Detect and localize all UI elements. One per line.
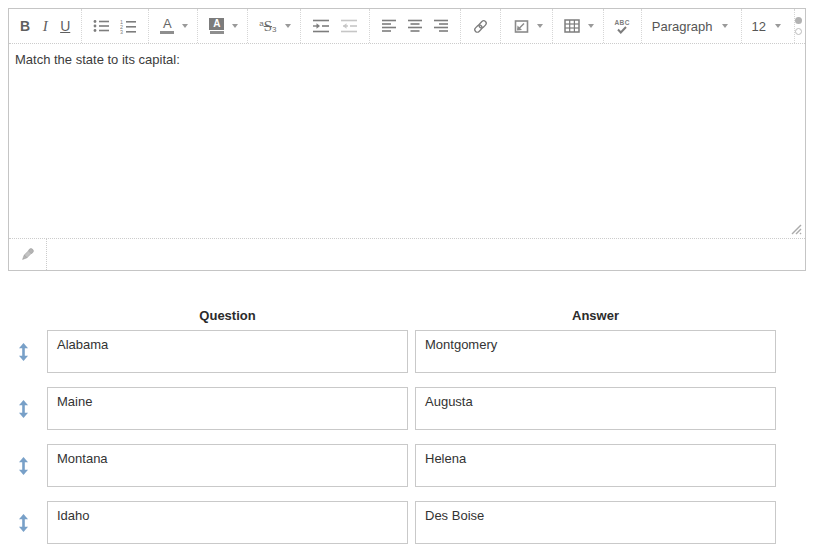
answer-column-header: Answer <box>415 308 776 323</box>
bullet-list-button[interactable] <box>88 13 115 39</box>
spellcheck-button[interactable]: ABC <box>610 13 635 39</box>
background-color-icon: A <box>209 18 224 34</box>
dot-filled-icon <box>795 17 802 24</box>
text-color-caret[interactable] <box>182 24 188 28</box>
question-column-header: Question <box>47 308 408 323</box>
question-input[interactable]: Alabama <box>47 330 408 373</box>
align-center-icon <box>407 19 423 33</box>
numbered-list-icon: 1 2 3 <box>120 19 137 34</box>
editor-content-area[interactable]: Match the state to its capital: <box>9 44 805 238</box>
toolbar-group-basic: B I U <box>9 9 82 43</box>
column-gap <box>408 308 415 323</box>
match-row: Alabama Montgomery <box>0 330 839 373</box>
statusbar-path-cell <box>9 239 47 270</box>
question-input[interactable]: Idaho <box>47 501 408 544</box>
dot-hollow-icon <box>795 28 802 35</box>
answer-input[interactable]: Des Boise <box>415 501 776 544</box>
numbered-list-button[interactable]: 1 2 3 <box>115 13 142 39</box>
match-row: Montana Helena <box>0 444 839 487</box>
svg-text:3: 3 <box>120 29 123 34</box>
toolbar-group-fontsize: 12 <box>742 9 795 43</box>
toolbar-group-forecolor: A <box>149 9 198 43</box>
question-input[interactable]: Montana <box>47 444 408 487</box>
toolbar-group-link <box>461 9 501 43</box>
pen-icon <box>19 246 36 263</box>
background-color-caret[interactable] <box>232 24 238 28</box>
rich-text-editor: B I U <box>8 8 806 271</box>
answer-input[interactable]: Montgomery <box>415 330 776 373</box>
reorder-handle[interactable] <box>0 457 47 475</box>
insert-content-caret[interactable] <box>537 24 543 28</box>
bold-icon: B <box>20 19 30 33</box>
strikethrough-script-caret[interactable] <box>285 24 291 28</box>
reorder-handle[interactable] <box>0 343 47 361</box>
toolbar-group-insert <box>501 9 553 43</box>
toolbar-group-paragraph: Paragraph <box>642 9 742 43</box>
underline-button[interactable]: U <box>55 13 75 39</box>
resize-handle[interactable] <box>789 222 803 236</box>
matching-headers: Question Answer <box>0 308 839 323</box>
bullet-list-icon <box>93 19 110 33</box>
text-color-button[interactable]: A <box>155 13 179 39</box>
handle-column-spacer <box>0 308 47 323</box>
font-size-label: 12 <box>752 19 766 34</box>
bold-button[interactable]: B <box>15 13 35 39</box>
indent-button[interactable] <box>307 13 335 39</box>
underline-icon: U <box>60 19 70 33</box>
toolbar-group-table <box>553 9 604 43</box>
align-left-button[interactable] <box>376 13 402 39</box>
question-input[interactable]: Maine <box>47 387 408 430</box>
up-down-arrow-icon <box>17 400 30 418</box>
editor-toolbar: B I U <box>9 9 805 44</box>
table-caret[interactable] <box>588 24 594 28</box>
answer-input[interactable]: Helena <box>415 444 776 487</box>
table-button[interactable] <box>559 13 585 39</box>
toolbar-page-dots[interactable] <box>795 9 805 43</box>
font-size-caret <box>775 24 781 28</box>
italic-icon: I <box>43 19 48 34</box>
outdent-button[interactable] <box>335 13 363 39</box>
editor-statusbar <box>9 238 805 270</box>
toolbar-group-align <box>370 9 461 43</box>
paragraph-format-label: Paragraph <box>652 19 713 34</box>
toolbar-group-lists: 1 2 3 <box>82 9 149 43</box>
table-icon <box>564 19 580 33</box>
up-down-arrow-icon <box>17 514 30 532</box>
font-size-select[interactable]: 12 <box>748 19 788 34</box>
paragraph-format-caret <box>722 24 728 28</box>
insert-content-button[interactable] <box>507 13 534 39</box>
outdent-icon <box>340 19 358 33</box>
toolbar-group-strike: a S 3 <box>248 9 300 43</box>
answer-input[interactable]: Augusta <box>415 387 776 430</box>
text-color-icon: A <box>160 18 174 34</box>
matching-question-builder: Question Answer Alabama Montgomery <box>0 308 839 556</box>
insert-content-icon <box>512 19 529 34</box>
align-left-icon <box>381 19 397 33</box>
up-down-arrow-icon <box>17 343 30 361</box>
toolbar-group-indent <box>301 9 370 43</box>
match-row: Idaho Des Boise <box>0 501 839 544</box>
indent-icon <box>312 19 330 33</box>
toolbar-group-backcolor: A <box>198 9 248 43</box>
editor-text: Match the state to its capital: <box>15 52 799 67</box>
spellcheck-icon: ABC <box>615 19 630 34</box>
align-center-button[interactable] <box>402 13 428 39</box>
match-row: Maine Augusta <box>0 387 839 430</box>
link-icon <box>472 18 489 35</box>
link-button[interactable] <box>467 13 494 39</box>
italic-button[interactable]: I <box>35 13 55 39</box>
reorder-handle[interactable] <box>0 514 47 532</box>
align-right-button[interactable] <box>428 13 454 39</box>
strikethrough-script-icon: a S 3 <box>259 19 276 34</box>
reorder-handle[interactable] <box>0 400 47 418</box>
toolbar-group-spellcheck: ABC <box>604 9 642 43</box>
up-down-arrow-icon <box>17 457 30 475</box>
background-color-button[interactable]: A <box>204 13 229 39</box>
paragraph-format-select[interactable]: Paragraph <box>648 19 735 34</box>
strikethrough-script-button[interactable]: a S 3 <box>254 13 281 39</box>
align-right-icon <box>433 19 449 33</box>
